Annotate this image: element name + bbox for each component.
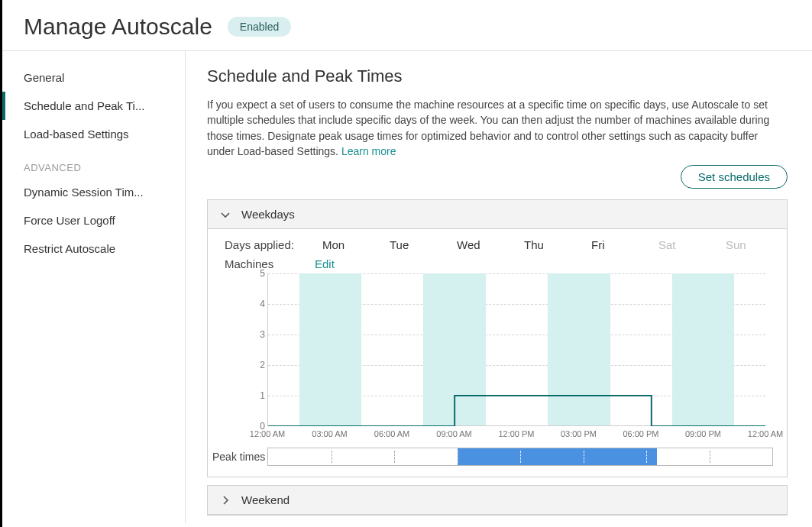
status-badge: Enabled [228,17,291,37]
sidebar-adv-item-1[interactable]: Force User Logoff [2,206,185,234]
y-tick: 2 [253,360,265,370]
x-tick: 12:00 AM [748,429,783,438]
chevron-down-icon [220,209,231,220]
days-applied-label: Days applied: [225,238,301,251]
sidebar-nav: GeneralSchedule and Peak Ti...Load-based… [2,51,186,523]
day-sat: Sat [658,238,704,251]
y-tick: 3 [253,329,265,340]
section-title: Schedule and Peak Times [207,66,788,86]
sidebar-adv-item-2[interactable]: Restrict Autoscale [2,234,185,263]
machines-edit-link[interactable]: Edit [315,257,335,270]
main-content: Schedule and Peak Times If you expect a … [186,51,812,523]
sidebar-section-advanced: ADVANCED [2,148,185,178]
sidebar-item-1[interactable]: Schedule and Peak Ti... [2,92,185,120]
day-sun: Sun [726,238,772,251]
set-schedules-button[interactable]: Set schedules [681,165,788,189]
x-tick: 03:00 PM [561,429,597,438]
day-thu: Thu [524,238,570,251]
y-tick: 1 [253,390,265,401]
sidebar-item-0[interactable]: General [2,63,185,92]
section-description-text: If you expect a set of users to consume … [207,99,769,157]
day-tue: Tue [390,238,435,251]
days-applied-row: Days applied: MonTueWedThuFriSatSun [222,238,773,251]
peak-times-row: Peak times [222,448,773,466]
day-fri: Fri [591,238,637,251]
machines-chart: 012345 12:00 AM03:00 AM06:00 AM09:00 AM1… [267,273,765,443]
weekdays-panel-toggle[interactable]: Weekdays [208,200,787,229]
sidebar-adv-item-0[interactable]: Dynamic Session Tim... [2,178,185,206]
x-tick: 09:00 PM [685,429,721,438]
weekend-panel-toggle[interactable]: Weekend [208,486,787,515]
x-tick: 06:00 PM [623,429,658,438]
chevron-right-icon [220,495,231,506]
x-tick: 12:00 AM [250,429,285,438]
learn-more-link[interactable]: Learn more [341,145,396,157]
page-title: Manage Autoscale [24,14,212,40]
peak-times-label: Peak times [212,451,267,463]
sidebar-item-2[interactable]: Load-based Settings [2,120,185,148]
peak-times-bar[interactable] [267,448,773,466]
weekend-panel-title: Weekend [241,493,290,506]
section-description: If you expect a set of users to consume … [207,97,788,159]
x-tick: 12:00 PM [498,429,534,438]
weekdays-panel: Weekdays Days applied: MonTueWedThuFriSa… [207,199,788,477]
weekdays-panel-body: Days applied: MonTueWedThuFriSatSun Mach… [208,229,787,477]
y-tick: 5 [253,268,265,279]
x-tick: 06:00 AM [374,429,409,438]
weekdays-panel-title: Weekdays [241,208,295,221]
x-tick: 03:00 AM [312,429,347,438]
page-header: Manage Autoscale Enabled [2,0,812,51]
machines-row: Machines Edit [222,257,773,270]
weekend-panel: Weekend [207,485,788,516]
x-tick: 09:00 AM [436,429,471,438]
day-mon: Mon [322,238,368,251]
y-tick: 4 [253,299,265,309]
day-wed: Wed [457,238,503,251]
